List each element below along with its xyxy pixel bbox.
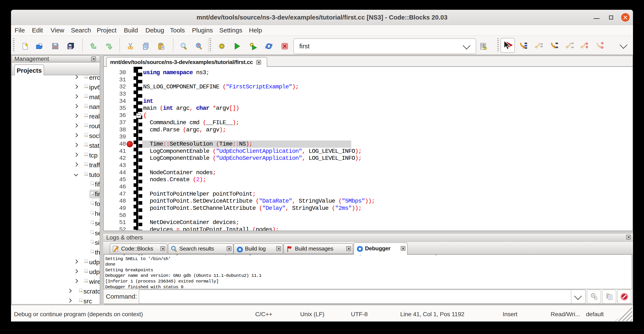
svg-text:R: R: [197, 44, 200, 47]
